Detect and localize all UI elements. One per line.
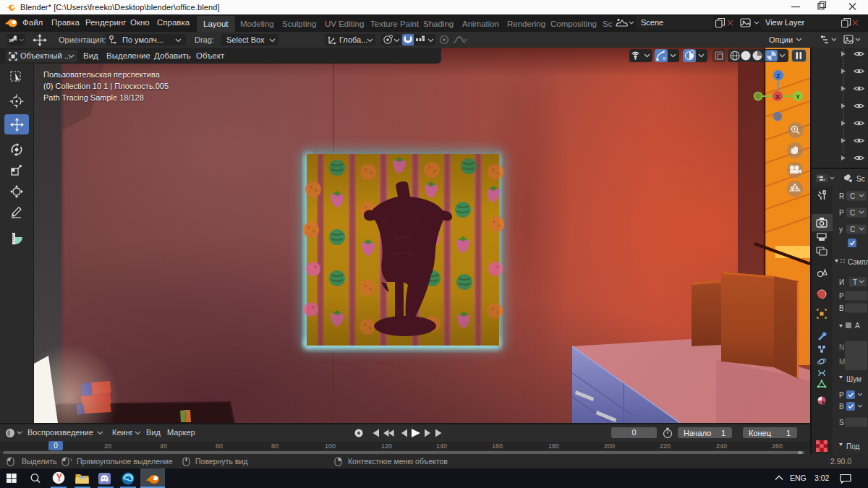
svg-text:Сэмпл: Сэмпл xyxy=(848,258,868,266)
svg-text:M: M xyxy=(839,358,845,366)
svg-text:C: C xyxy=(850,226,855,234)
svg-text:C: C xyxy=(850,209,855,217)
svg-text:Т: Т xyxy=(853,278,857,286)
svg-text:P: P xyxy=(839,209,844,217)
svg-text:B: B xyxy=(839,403,844,411)
svg-text:S: S xyxy=(839,419,844,427)
svg-text:y: y xyxy=(839,226,843,234)
svg-text:P: P xyxy=(839,292,844,300)
svg-text:B: B xyxy=(839,304,844,312)
svg-text:И: И xyxy=(839,278,844,286)
svg-text:P: P xyxy=(839,391,844,399)
svg-text:Под: Под xyxy=(846,442,860,450)
svg-text:Y: Y xyxy=(796,93,800,100)
svg-text:R: R xyxy=(839,192,844,200)
svg-text:Z: Z xyxy=(776,72,780,80)
svg-text:X: X xyxy=(775,93,780,100)
svg-text:C: C xyxy=(850,192,855,200)
svg-text:А: А xyxy=(855,322,860,330)
svg-text:Шум: Шум xyxy=(846,375,861,383)
svg-text:Sc: Sc xyxy=(856,175,865,183)
svg-text:N: N xyxy=(839,343,844,351)
